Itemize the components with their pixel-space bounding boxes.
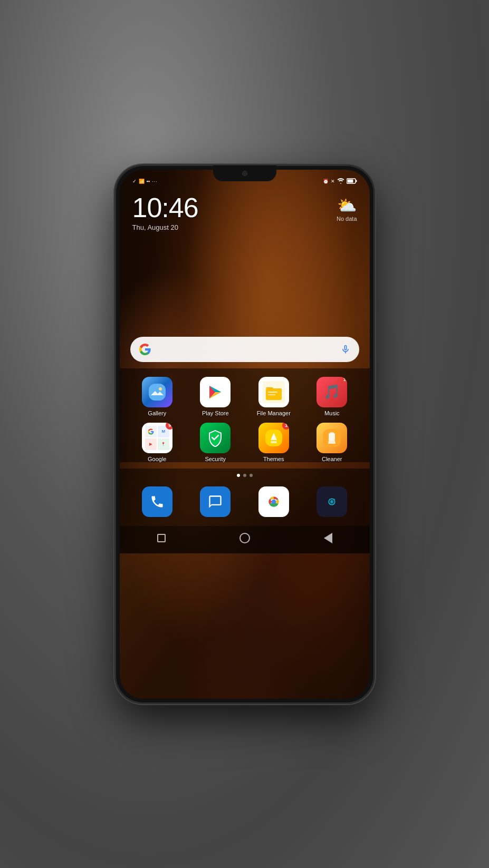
nav-back-button[interactable] bbox=[322, 532, 334, 544]
cleaner-icon bbox=[317, 423, 347, 453]
google-icon-wrap: 9 M ▶ 📍 bbox=[142, 423, 172, 453]
themes-label: Themes bbox=[263, 456, 284, 462]
gallery-icon bbox=[142, 377, 172, 407]
status-right-icons: ⏰ ✕ bbox=[323, 178, 357, 184]
google-label: Google bbox=[148, 456, 166, 462]
search-left bbox=[139, 343, 151, 356]
dock-item-messages[interactable] bbox=[194, 486, 236, 520]
music-icon-wrap: 1 🎵 bbox=[317, 377, 347, 407]
security-label: Security bbox=[205, 456, 226, 462]
dock-item-camera[interactable] bbox=[311, 486, 353, 520]
time-weather-block: 10:46 Thu, August 20 ⛅ No data bbox=[120, 189, 370, 231]
nav-recent-button[interactable] bbox=[156, 532, 167, 544]
svg-rect-12 bbox=[268, 394, 275, 395]
camera-dock-icon bbox=[317, 486, 347, 517]
front-camera bbox=[242, 171, 247, 176]
app-item-playstore[interactable]: Play Store bbox=[194, 377, 236, 416]
dock-item-chrome[interactable] bbox=[253, 486, 295, 520]
cleaner-label: Cleaner bbox=[322, 456, 342, 462]
playstore-label: Play Store bbox=[202, 410, 229, 416]
app-item-gallery[interactable]: Gallery bbox=[136, 377, 178, 416]
app-item-google[interactable]: 9 M ▶ 📍 bbox=[136, 423, 178, 462]
filemanager-icon-wrap bbox=[258, 377, 289, 407]
app-row-1: Gallery bbox=[128, 377, 361, 416]
dot-1 bbox=[237, 474, 240, 477]
filemanager-label: File Manager bbox=[257, 410, 291, 416]
phone-screen: ✓ 📶 ▪▪ ··· ⏰ ✕ bbox=[120, 170, 370, 699]
messages-dock-icon bbox=[200, 486, 231, 517]
clock: 10:46 bbox=[132, 194, 198, 221]
voice-search-icon[interactable] bbox=[340, 344, 351, 355]
chrome-dock-icon-wrap bbox=[258, 486, 289, 517]
svg-rect-2 bbox=[347, 180, 353, 183]
svg-rect-17 bbox=[330, 432, 334, 434]
dot-2 bbox=[243, 474, 246, 477]
gallery-label: Gallery bbox=[148, 410, 166, 416]
gallery-icon-wrap bbox=[142, 377, 172, 407]
back-icon bbox=[324, 533, 332, 543]
app-item-themes[interactable]: 1 bbox=[253, 423, 295, 462]
camera-dock-icon-wrap bbox=[317, 486, 347, 517]
time-block: 10:46 Thu, August 20 bbox=[132, 194, 198, 231]
nav-home-button[interactable] bbox=[239, 532, 251, 544]
music-badge: 1 bbox=[340, 377, 347, 384]
svg-point-21 bbox=[272, 500, 276, 504]
google-badge: 9 bbox=[166, 423, 172, 430]
svg-rect-11 bbox=[268, 392, 277, 393]
recent-icon bbox=[157, 534, 166, 542]
app-grid: Gallery bbox=[120, 368, 370, 462]
playstore-icon bbox=[200, 377, 231, 407]
notch bbox=[213, 165, 276, 181]
google-grid-1 bbox=[145, 426, 157, 437]
search-bar-container bbox=[120, 337, 370, 362]
battery-icon bbox=[347, 178, 357, 184]
svg-point-4 bbox=[159, 387, 162, 391]
date: Thu, August 20 bbox=[132, 223, 198, 231]
phone-dock-icon-wrap bbox=[142, 486, 172, 517]
phone-device: ✓ 📶 ▪▪ ··· ⏰ ✕ bbox=[116, 165, 374, 703]
app-row-2: 9 M ▶ 📍 bbox=[128, 423, 361, 462]
svg-rect-1 bbox=[356, 180, 357, 182]
dock bbox=[120, 481, 370, 526]
google-logo bbox=[139, 343, 151, 356]
security-icon bbox=[200, 423, 231, 453]
phone-dock-icon bbox=[142, 486, 172, 517]
filemanager-icon bbox=[258, 377, 289, 407]
security-icon-wrap bbox=[200, 423, 231, 453]
playstore-icon-wrap bbox=[200, 377, 231, 407]
music-label: Music bbox=[324, 410, 340, 416]
chrome-dock-icon bbox=[258, 486, 289, 517]
google-grid-3: ▶ bbox=[145, 438, 157, 450]
more-icon: ··· bbox=[152, 179, 158, 184]
svg-rect-14 bbox=[271, 441, 277, 443]
nav-bar bbox=[120, 526, 370, 553]
messages-dock-icon-wrap bbox=[200, 486, 231, 517]
svg-rect-16 bbox=[329, 433, 335, 441]
home-icon bbox=[239, 533, 250, 543]
app-item-cleaner[interactable]: Cleaner bbox=[311, 423, 353, 462]
dock-item-phone[interactable] bbox=[136, 486, 178, 520]
weather-widget[interactable]: ⛅ No data bbox=[337, 196, 357, 222]
notification-dots: ▪▪ bbox=[147, 179, 150, 184]
themes-icon-wrap: 1 bbox=[258, 423, 289, 453]
mute-icon: ✕ bbox=[331, 179, 335, 184]
app-item-filemanager[interactable]: File Manager bbox=[253, 377, 295, 416]
weather-icon: ⛅ bbox=[337, 196, 357, 214]
dot-3 bbox=[250, 474, 253, 477]
page-dots bbox=[120, 469, 370, 481]
google-search-bar[interactable] bbox=[130, 337, 359, 362]
alarm-icon: ⏰ bbox=[323, 179, 329, 184]
themes-badge: 1 bbox=[282, 423, 289, 430]
wifi-icon bbox=[337, 178, 344, 184]
status-left-icons: ✓ 📶 ▪▪ ··· bbox=[132, 179, 158, 184]
svg-point-24 bbox=[330, 500, 333, 503]
google-grid-4: 📍 bbox=[158, 438, 169, 450]
weather-label: No data bbox=[337, 216, 357, 222]
sim-icon: 📶 bbox=[139, 179, 145, 184]
cleaner-icon-wrap bbox=[317, 423, 347, 453]
svg-rect-3 bbox=[149, 384, 166, 401]
app-item-music[interactable]: 1 🎵 Music bbox=[311, 377, 353, 416]
svg-point-26 bbox=[334, 499, 335, 500]
app-item-security[interactable]: Security bbox=[194, 423, 236, 462]
verify-icon: ✓ bbox=[132, 179, 137, 184]
